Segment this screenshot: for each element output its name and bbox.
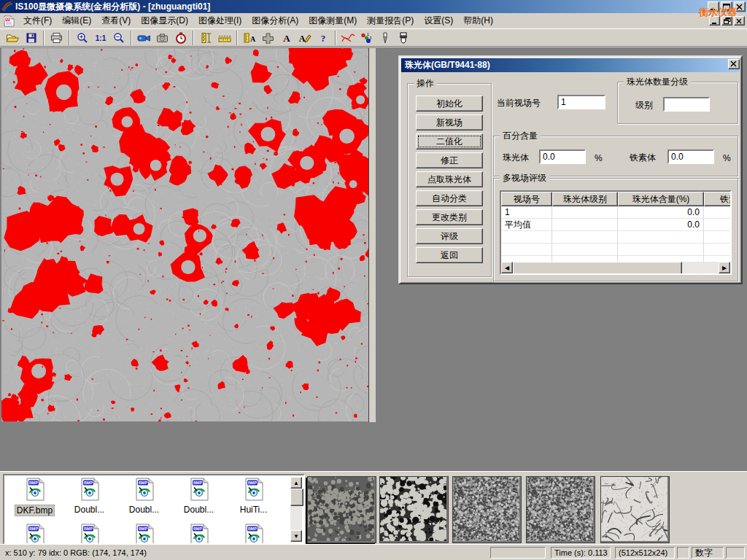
print-icon[interactable] [47, 30, 66, 46]
menu-settings[interactable]: 设置(S) [419, 14, 458, 27]
scroll-left-button[interactable]: ◀ [501, 262, 513, 273]
caliper-icon[interactable] [197, 30, 215, 46]
scrollbar-thumb[interactable] [513, 262, 682, 275]
menu-image-analysis[interactable]: 图像分析(A) [247, 14, 303, 27]
menu-file[interactable]: 文件(F) [18, 14, 57, 27]
file-item[interactable]: BMPDoubl... [171, 478, 226, 516]
table-cell [501, 231, 552, 244]
current-view-label: 当前视场号 [497, 98, 541, 108]
grade-level-input[interactable] [663, 97, 710, 112]
status-image-size: (512x512x24) [615, 547, 675, 559]
calibrate-icon[interactable]: A [241, 30, 259, 46]
timer-clock-icon[interactable] [171, 30, 190, 46]
new-view-button[interactable]: 新视场 [416, 114, 483, 131]
maximize-button[interactable] [721, 1, 732, 12]
zoom-in-icon[interactable] [73, 30, 91, 46]
menu-help[interactable]: 帮助(H) [458, 14, 498, 27]
column-header-2[interactable]: 珠光体含量(%) [618, 192, 704, 206]
menu-image-display[interactable]: 图像显示(D) [136, 14, 193, 27]
brush-tool-icon[interactable] [394, 30, 412, 46]
child-restore-button[interactable] [721, 16, 732, 26]
help-icon[interactable]: ? [314, 30, 332, 46]
ferrite-percent-input[interactable]: 0.0 [667, 149, 714, 164]
bmp-file-icon: BMP [24, 524, 46, 545]
auto-classify-button[interactable]: 自动分类 [416, 190, 483, 206]
child-close-button[interactable] [734, 16, 745, 26]
status-bar: x: 510 y: 79 idx: 0 RGB: (174, 174, 174)… [0, 544, 747, 560]
binarized-metallograph-image[interactable] [1, 48, 375, 421]
toolbar-separator [335, 31, 336, 45]
binarize-button[interactable]: 二值化 [416, 133, 483, 149]
pen-tool-icon[interactable] [376, 30, 394, 46]
operations-group-label: 操作 [414, 78, 437, 88]
file-item[interactable]: BMPHuiTi... [226, 478, 281, 516]
child-minimize-button[interactable] [709, 16, 720, 26]
toolbar-separator [193, 31, 194, 45]
file-item[interactable]: BMPDoubl... [62, 478, 117, 516]
save-icon[interactable] [22, 30, 40, 46]
table-row [501, 244, 730, 256]
curve-tool-icon[interactable] [339, 30, 357, 46]
column-header-0[interactable]: 视场号 [501, 192, 552, 206]
close-button[interactable] [734, 1, 746, 12]
correct-button[interactable]: 修正 [416, 152, 483, 168]
actual-size-icon[interactable]: 1:1 [91, 30, 109, 46]
toolbar-separator [69, 31, 70, 45]
svg-text:BMP: BMP [138, 481, 147, 485]
scroll-right-button[interactable]: ▶ [719, 262, 730, 273]
init-button[interactable]: 初始化 [416, 96, 483, 112]
file-item[interactable]: BMP [226, 524, 281, 545]
file-item[interactable]: BMP [171, 524, 226, 545]
capture-camera-icon[interactable] [153, 30, 171, 46]
ruler-icon[interactable] [215, 30, 233, 46]
annotate-icon[interactable]: A [295, 30, 314, 46]
file-item[interactable]: BMP [62, 524, 117, 545]
video-camera-icon[interactable] [135, 30, 153, 46]
file-item[interactable]: BMP [117, 524, 171, 545]
ferrite-percent-unit: % [723, 153, 731, 163]
scroll-up-button[interactable]: ▲ [290, 477, 302, 489]
table-horizontal-scrollbar[interactable]: ◀ ▶ [501, 262, 730, 273]
table-row: 平均值0.0 [501, 219, 730, 231]
column-header-1[interactable]: 珠光体级别 [552, 192, 618, 206]
file-list-scrollbar[interactable]: ▲ ▼ [290, 477, 302, 542]
grade-level-label: 级别 [635, 100, 653, 110]
minimize-button[interactable] [708, 1, 719, 12]
thumbnail-image[interactable] [307, 476, 376, 543]
svg-text:1:1: 1:1 [95, 34, 106, 42]
status-pane-empty2 [677, 547, 689, 559]
return-button[interactable]: 返回 [416, 247, 483, 263]
rate-button[interactable]: 评级 [416, 228, 483, 244]
document-icon: DOC [3, 15, 15, 27]
text-a-icon[interactable]: A [277, 30, 295, 46]
menu-view[interactable]: 查看(V) [96, 14, 136, 27]
column-header-3[interactable]: 铁素体 [704, 192, 730, 206]
thumbnail-image[interactable] [452, 476, 522, 543]
phase-dots-icon[interactable]: 13 [357, 30, 376, 46]
file-item[interactable]: BMP [7, 524, 62, 545]
menu-edit[interactable]: 编辑(E) [57, 14, 96, 27]
pick-pearlite-button[interactable]: 点取珠光体 [416, 171, 483, 187]
pearlite-percent-input[interactable]: 0.0 [539, 149, 586, 164]
current-view-input[interactable]: 1 [557, 95, 605, 109]
menu-report[interactable]: 测量报告(P) [362, 14, 419, 27]
file-name: DKF.bmp [15, 505, 55, 516]
dialog-close-button[interactable] [728, 59, 740, 69]
menu-image-measure[interactable]: 图像测量(M) [303, 14, 362, 27]
table-cell [618, 231, 704, 244]
thumbnail-image[interactable] [526, 476, 595, 543]
open-folder-icon[interactable] [4, 30, 22, 46]
scroll-down-button[interactable]: ▼ [290, 530, 302, 542]
change-class-button[interactable]: 更改类别 [416, 209, 483, 225]
move-cross-icon[interactable] [259, 30, 277, 46]
thumbnail-image[interactable] [379, 476, 449, 543]
file-item[interactable]: BMPDoubl... [117, 478, 171, 516]
file-item[interactable]: BMPDKF.bmp [7, 478, 62, 516]
pearlite-dialog-titlebar[interactable]: 珠光体(GB/T9441-88) [401, 58, 740, 72]
zoom-out-icon[interactable] [109, 30, 128, 46]
toolbar-separator [236, 31, 238, 45]
thumbnail-image[interactable] [600, 476, 670, 543]
file-list[interactable]: BMPDKF.bmpBMPDoubl...BMPDoubl...BMPDoubl… [3, 474, 305, 545]
scrollbar-thumb[interactable] [290, 489, 303, 506]
menu-image-process[interactable]: 图像处理(I) [193, 14, 247, 27]
